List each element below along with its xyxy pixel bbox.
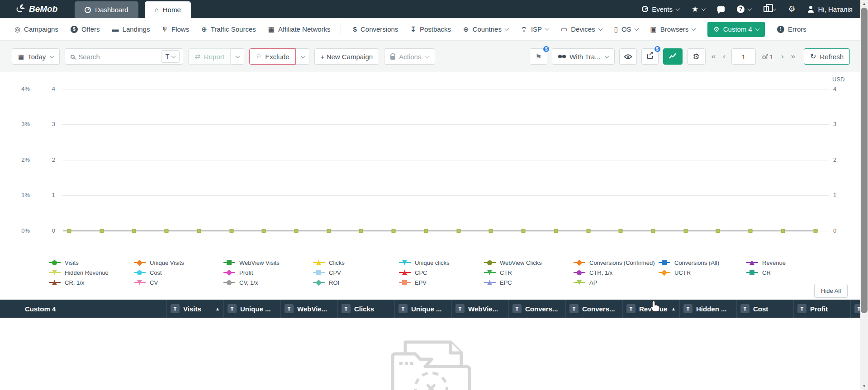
legend-item-unique-clicks[interactable]: Unique clicks [399,258,450,268]
search-input[interactable] [78,53,157,61]
legend-item-conversions-all[interactable]: Conversions (All) [659,258,719,268]
filter-funnel-button[interactable] [740,304,749,313]
legend-item-ctr[interactable]: CTR [484,268,542,277]
report-settings-button[interactable]: ⚙ [687,48,706,65]
legend-item-unique-visits[interactable]: Unique Visits [134,258,184,268]
legend-item-cr[interactable]: CR [746,268,786,277]
exclude-dropdown-button[interactable] [296,48,309,65]
legend-item-hidden-revenue[interactable]: Hidden Revenue [49,268,109,277]
column-header-revenue[interactable]: Revenue ▲ [622,300,679,318]
filter-funnel-button[interactable] [228,304,237,313]
legend-item-cv-1-x[interactable]: CV, 1/x [223,277,280,287]
nav-item-affiliate-networks[interactable]: ▦ Affiliate Networks [268,18,341,41]
legend-item-revenue[interactable]: Revenue [746,258,786,268]
exclude-button[interactable]: ⚐ Exclude [249,48,296,65]
column-header-webvie[interactable]: WebVie... [451,300,508,318]
next-page-button[interactable]: › [780,52,785,61]
filter-funnel-button[interactable] [569,304,579,313]
scrollbar-thumb[interactable] [861,8,868,313]
legend-item-cr-1-x[interactable]: CR, 1/x [49,277,109,287]
date-range-button[interactable]: ▦ Today [12,48,60,65]
page-number-input[interactable] [731,48,756,65]
tab-dashboard[interactable]: Dashboard [75,1,138,18]
events-menu[interactable]: Events [642,5,679,13]
bemob-logo[interactable]: BeMob [16,4,57,15]
visibility-button[interactable] [619,48,637,65]
column-header-unique[interactable]: Unique ... [223,300,280,318]
legend-item-epc[interactable]: EPC [484,277,542,287]
column-header-clicks[interactable]: Clicks [337,300,394,318]
prev-page-button[interactable]: ‹ [721,52,727,61]
legend-item-cpv[interactable]: CPV [313,268,345,277]
legend-item-visits[interactable]: Visits [49,258,109,268]
filter-funnel-button[interactable] [683,304,693,313]
filter-funnel-button[interactable] [398,304,408,313]
column-header-cost[interactable]: Cost [736,300,793,318]
legend-item-ctr-1-x[interactable]: CTR, 1/x [574,268,655,277]
toggle-chart-button[interactable] [663,48,683,65]
settings-gear-icon[interactable]: ⚙ [788,5,795,13]
nav-item-flows[interactable]: ⋔ Flows [162,18,189,41]
report-dropdown-button[interactable] [231,48,244,65]
column-header-profit[interactable]: Profit [793,300,850,318]
report-button[interactable]: ⇄ Report [188,48,231,65]
column-header-convers[interactable]: Convers... [508,300,565,318]
user-menu[interactable]: Hi, Наталія [807,5,853,13]
filter-funnel-button[interactable] [512,304,522,313]
nav-item-conversions[interactable]: $ Conversions [353,18,398,41]
hide-all-button[interactable]: Hide All [814,284,848,298]
refresh-button[interactable]: ↻ Refresh [804,48,850,65]
share-button[interactable]: $ [641,48,659,65]
scroll-up-arrow[interactable]: ▲ [860,0,868,8]
first-page-button[interactable]: « [710,52,717,61]
legend-item-epv[interactable]: EPV [399,277,450,287]
filter-funnel-button[interactable] [455,304,465,313]
filter-funnel-button[interactable] [285,304,294,313]
nav-item-os[interactable]: ▯ OS [614,18,638,41]
docs-menu[interactable] [764,6,776,12]
search-filter-type-button[interactable]: T [161,50,180,63]
legend-item-webview-clicks[interactable]: WebView Clicks [484,258,542,268]
nav-item-postbacks[interactable]: ↧ Postbacks [410,18,451,41]
nav-item-browsers[interactable]: ▣ Browsers [650,18,696,41]
scroll-down-arrow[interactable]: ▼ [860,382,868,390]
favorites-menu[interactable]: ★ [692,5,705,13]
legend-item-conversions-confirmed[interactable]: Conversions (Confirmed) [574,258,655,268]
tab-home[interactable]: ⌂ Home [145,1,191,18]
filter-funnel-button[interactable] [797,304,806,313]
nav-item-landings[interactable]: ▬ Landings [112,18,150,41]
nav-item-isp[interactable]: ISP [521,18,549,41]
column-header-convers[interactable]: Convers... [565,300,622,318]
legend-item-cv[interactable]: CV [134,277,184,287]
chat-icon[interactable] [717,6,725,12]
legend-item-cost[interactable]: Cost [134,268,184,277]
column-header-custom-4[interactable]: Custom 4 [0,300,166,318]
nav-item-countries[interactable]: ⊕ Countries [463,18,508,41]
nav-item-traffic-sources[interactable]: ⊕ Traffic Sources [201,18,256,41]
traffic-filter-dropdown[interactable]: With Tra... [552,48,614,65]
actions-button[interactable]: Actions [384,48,435,65]
legend-item-webview-visits[interactable]: WebView Visits [223,258,280,268]
filter-funnel-button[interactable] [171,304,180,313]
new-campaign-button[interactable]: + New Campaign [314,48,379,65]
nav-item-errors[interactable]: ! Errors [777,18,806,41]
column-header-webvie[interactable]: WebVie... [280,300,337,318]
filter-funnel-button[interactable] [854,304,860,313]
legend-item-roi[interactable]: ROI [313,277,345,287]
nav-item-devices[interactable]: ▭ Devices [561,18,602,41]
legend-item-uctr[interactable]: UCTR [659,268,719,277]
column-header-visits[interactable]: Visits ▲ [166,300,223,318]
flagged-filter-button[interactable]: ⚑ $ [530,48,547,65]
column-header-unique[interactable]: Unique ... [394,300,451,318]
legend-item-cpc[interactable]: CPC [399,268,450,277]
legend-item-ap[interactable]: AP [574,277,655,287]
nav-item-offers[interactable]: $ Offers [71,18,100,41]
filter-funnel-button[interactable] [626,304,636,313]
column-header-hidden[interactable]: Hidden ... [679,300,736,318]
legend-item-profit[interactable]: Profit [223,268,280,277]
last-page-button[interactable]: » [790,52,797,61]
help-menu[interactable]: ? [737,5,751,13]
nav-item-custom-4[interactable]: ⚙ Custom 4 [707,22,765,37]
filter-funnel-button[interactable] [342,304,351,313]
legend-item-clicks[interactable]: Clicks [313,258,345,268]
